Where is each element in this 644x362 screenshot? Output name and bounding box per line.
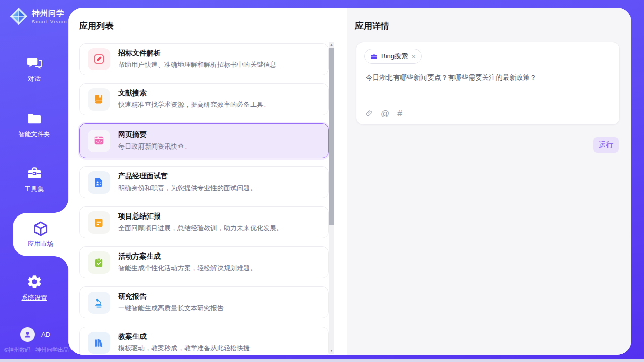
- app-card-desc: 全面回顾项目进展，总结经验教训，助力未来优化发展。: [118, 224, 283, 233]
- close-icon[interactable]: ×: [412, 53, 416, 60]
- app-frame: 神州问学 Smart Vision 对话 智能文件夹: [0, 0, 644, 359]
- app-card-2[interactable]: 文献搜索 快速精准查找学术资源，提高研究效率的必备工具。: [79, 83, 329, 115]
- hash-icon[interactable]: #: [397, 109, 402, 118]
- svg-text:</>: </>: [96, 140, 102, 144]
- app-card-7[interactable]: 研究报告 一键智能生成高质量长文本研究报告: [79, 286, 329, 318]
- sidebar-item-label: 对话: [28, 75, 41, 82]
- sidebar: 神州问学 Smart Vision 对话 智能文件夹: [0, 0, 68, 359]
- avatar: [20, 327, 35, 342]
- sidebar-item-toolset[interactable]: 工具集: [0, 165, 68, 194]
- app-card-list: 招标文件解析 帮助用户快速、准确地理解和解析招标书中的关键信息 文献搜索 快速精…: [79, 42, 329, 355]
- sidebar-item-chat[interactable]: 对话: [0, 55, 68, 83]
- main-content: 应用列表 招标文件解析 帮助用户快速、准确地理解和解析招标书中的关键信息 文献搜…: [68, 8, 631, 355]
- edit-square-icon: [88, 48, 110, 70]
- app-card-desc: 快速精准查找学术资源，提高研究效率的必备工具。: [118, 100, 270, 110]
- composer-toolbar: @ #: [366, 109, 402, 118]
- user-initials: AD: [41, 331, 50, 338]
- query-input[interactable]: 今日湖北有哪些新闻要点？有哪些需要关注的最新政策？: [366, 73, 611, 83]
- app-list-title: 应用列表: [79, 20, 114, 32]
- list-scrollbar[interactable]: ▲ ▼: [329, 42, 334, 354]
- doc-user-icon: [88, 171, 110, 194]
- scroll-down-arrow[interactable]: ▼: [329, 348, 334, 354]
- sidebar-item-label: 系统设置: [22, 294, 47, 301]
- app-card-5[interactable]: 项目总结汇报 全面回顾项目进展，总结经验教训，助力未来优化发展。: [79, 206, 329, 238]
- app-card-1[interactable]: 招标文件解析 帮助用户快速、准确地理解和解析招标书中的关键信息: [79, 43, 329, 75]
- app-list-panel: 应用列表 招标文件解析 帮助用户快速、准确地理解和解析招标书中的关键信息 文献搜…: [68, 8, 347, 355]
- gear-icon: [26, 274, 43, 290]
- app-card-desc: 模板驱动，教案秒成，教学准备从此轻松快捷: [118, 344, 250, 353]
- sidebar-item-label: 应用市场: [28, 240, 53, 247]
- tool-tag-bing-search[interactable]: Bing搜索 ×: [364, 49, 422, 64]
- brand-logo: 神州问学 Smart Vision: [9, 7, 67, 26]
- browser-code-icon: </>: [88, 130, 110, 152]
- app-card-desc: 智能生成个性化活动方案，轻松解决规划难题。: [118, 264, 257, 273]
- app-card-title: 产品经理面试官: [118, 172, 257, 181]
- diamond-logo-icon: [9, 7, 28, 26]
- cube-icon: [32, 220, 49, 236]
- tool-tag-label: Bing搜索: [381, 52, 408, 61]
- paperclip-icon[interactable]: [366, 109, 373, 118]
- brand-name: 神州问学: [32, 9, 67, 18]
- scrollbar-thumb[interactable]: [329, 48, 334, 225]
- app-card-desc: 明确身份和职责，为您提供专业性的面试问题。: [118, 184, 257, 193]
- app-detail-title: 应用详情: [355, 20, 389, 32]
- app-card-title: 研究报告: [118, 292, 224, 301]
- prompt-composer[interactable]: Bing搜索 × 今日湖北有哪些新闻要点？有哪些需要关注的最新政策？ @ #: [356, 42, 620, 125]
- app-card-title: 文献搜索: [118, 89, 270, 98]
- memo-icon: [88, 211, 110, 234]
- sidebar-item-app-market[interactable]: 应用市场: [13, 213, 68, 256]
- brand-subtitle: Smart Vision: [32, 19, 67, 24]
- app-card-title: 教案生成: [118, 332, 250, 341]
- run-button[interactable]: 运行: [593, 137, 619, 153]
- app-detail-panel: 应用详情 Bing搜索 × 今日湖北有哪些新闻要点？有哪些需要关注的最新政策？: [347, 8, 631, 355]
- at-icon[interactable]: @: [381, 109, 389, 118]
- sidebar-item-label: 工具集: [25, 186, 44, 193]
- app-card-desc: 帮助用户快速、准确地理解和解析招标书中的关键信息: [118, 60, 276, 69]
- app-card-title: 活动方案生成: [118, 252, 257, 261]
- book-icon: [88, 88, 110, 111]
- user-account[interactable]: AD: [20, 327, 50, 342]
- app-card-6[interactable]: 活动方案生成 智能生成个性化活动方案，轻松解决规划难题。: [79, 246, 329, 278]
- app-card-4[interactable]: 产品经理面试官 明确身份和职责，为您提供专业性的面试问题。: [79, 166, 329, 198]
- clipboard-check-icon: [88, 251, 110, 274]
- scroll-up-arrow[interactable]: ▲: [329, 42, 334, 48]
- app-card-3[interactable]: </> 网页摘要 每日政府新闻资讯快查。: [79, 123, 329, 158]
- briefcase-icon: [370, 53, 378, 60]
- folder-icon: [26, 111, 43, 127]
- books-icon: [88, 332, 110, 354]
- sidebar-item-settings[interactable]: 系统设置: [0, 274, 68, 302]
- app-card-desc: 一键智能生成高质量长文本研究报告: [118, 304, 224, 313]
- app-card-title: 项目总结汇报: [118, 212, 283, 221]
- chat-icon: [26, 55, 43, 71]
- app-card-desc: 每日政府新闻资讯快查。: [118, 142, 191, 151]
- copyright-footer: ©神州数码 · 神州问学出品: [4, 346, 69, 354]
- toolbox-icon: [26, 165, 43, 182]
- sidebar-item-label: 智能文件夹: [18, 131, 50, 138]
- app-card-title: 招标文件解析: [118, 49, 276, 58]
- app-card-8[interactable]: 教案生成 模板驱动，教案秒成，教学准备从此轻松快捷: [79, 327, 329, 355]
- app-card-title: 网页摘要: [118, 130, 191, 139]
- sidebar-item-smart-folder[interactable]: 智能文件夹: [0, 111, 68, 139]
- microscope-icon: [88, 292, 110, 314]
